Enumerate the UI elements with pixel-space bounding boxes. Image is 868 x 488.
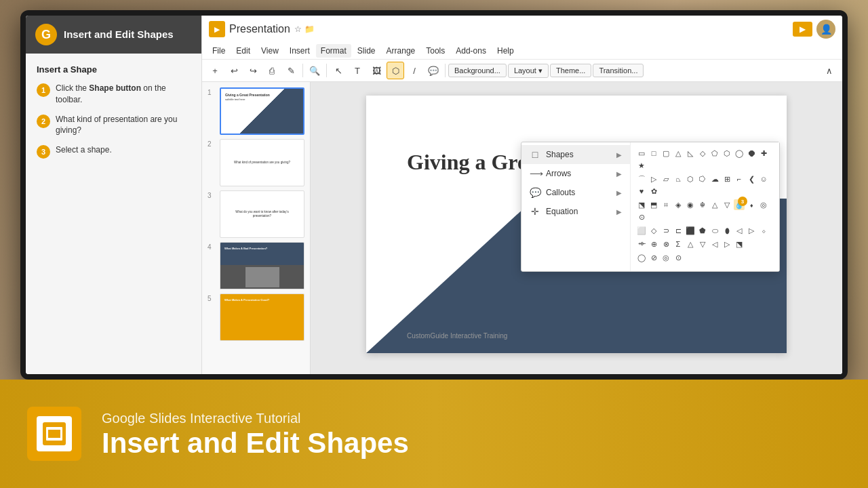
slide-preview-1[interactable]: Giving a Great Presentationsubtitle text… bbox=[220, 87, 304, 135]
menu-tools[interactable]: Tools bbox=[421, 44, 450, 58]
shape-b6[interactable]: ▽ bbox=[697, 239, 708, 249]
slide-preview-2[interactable]: What kind of presentation are you giving… bbox=[220, 139, 304, 186]
shape-arr2[interactable]: ◇ bbox=[648, 225, 659, 236]
shape-c1[interactable]: ◯ bbox=[636, 252, 647, 263]
shape-button[interactable]: ⬡ bbox=[387, 62, 404, 79]
dropdown-equation[interactable]: ✛ Equation ▶ bbox=[521, 202, 630, 221]
shape-drop[interactable]: 💧 3 bbox=[734, 199, 745, 210]
shape-rtriangle[interactable]: ◺ bbox=[685, 148, 696, 159]
shape-rect[interactable]: ▭ bbox=[636, 148, 647, 159]
shape-flower[interactable]: ✿ bbox=[648, 186, 659, 197]
shape-m5[interactable]: ◉ bbox=[685, 199, 696, 210]
shape-arr5[interactable]: ⬛ bbox=[685, 225, 696, 236]
shape-arc[interactable]: ⌒ bbox=[636, 174, 647, 184]
folder-icon[interactable]: 📁 bbox=[304, 24, 315, 34]
add-button[interactable]: + bbox=[206, 62, 224, 79]
shape-trap[interactable]: ⏢ bbox=[673, 174, 684, 184]
menu-insert[interactable]: Insert bbox=[285, 44, 315, 58]
menu-help[interactable]: Help bbox=[492, 44, 519, 58]
user-avatar[interactable]: 👤 bbox=[816, 20, 835, 39]
select-button[interactable]: ↖ bbox=[330, 62, 347, 79]
shape-m7[interactable]: △ bbox=[709, 199, 720, 210]
shape-m8[interactable]: ▽ bbox=[722, 199, 732, 210]
zoom-button[interactable]: 🔍 bbox=[306, 62, 323, 79]
menu-file[interactable]: File bbox=[208, 44, 230, 58]
layout-button[interactable]: Layout ▾ bbox=[508, 64, 549, 78]
shape-arr11[interactable]: ⬦ bbox=[758, 225, 769, 236]
background-button[interactable]: Background... bbox=[448, 64, 507, 77]
shape-pentagon[interactable]: ⬠ bbox=[709, 148, 720, 159]
transition-button[interactable]: Transition... bbox=[593, 64, 644, 77]
shape-arr3[interactable]: ⊃ bbox=[660, 225, 671, 236]
shape-arr1[interactable]: ⬜ bbox=[636, 225, 647, 236]
collapse-button[interactable]: ∧ bbox=[821, 62, 838, 79]
menu-slide[interactable]: Slide bbox=[353, 44, 380, 58]
menu-format[interactable]: Format bbox=[316, 44, 351, 58]
shape-b9[interactable]: ⬔ bbox=[734, 239, 745, 249]
shape-c2[interactable]: ⊘ bbox=[648, 252, 659, 263]
shape-c4[interactable]: ⊙ bbox=[673, 252, 684, 263]
shape-cross[interactable]: ✚ bbox=[758, 148, 769, 159]
dropdown-arrows[interactable]: ⟶ Arrows ▶ bbox=[521, 164, 630, 183]
shape-heptagon[interactable]: ◯ bbox=[734, 148, 745, 159]
shape-rect2[interactable]: □ bbox=[648, 148, 659, 159]
shape-m3[interactable]: ⌗ bbox=[660, 199, 671, 210]
shape-m6[interactable]: ☬ bbox=[697, 199, 708, 210]
slide-preview-4[interactable]: What Makes A Bad Presentation? bbox=[220, 242, 304, 289]
shape-b5[interactable]: △ bbox=[685, 239, 696, 249]
shape-b1[interactable]: ⬲ bbox=[636, 239, 647, 249]
present-button[interactable]: ▶ bbox=[793, 22, 812, 37]
shape-b4[interactable]: Σ bbox=[673, 239, 684, 249]
shape-roundrect[interactable]: ▢ bbox=[660, 148, 671, 159]
shape-m4[interactable]: ◈ bbox=[673, 199, 684, 210]
shape-hex2[interactable]: ⬡ bbox=[685, 174, 696, 184]
redo-button[interactable]: ↪ bbox=[244, 62, 262, 79]
shape-arr9[interactable]: ◁ bbox=[734, 225, 745, 236]
shape-arr10[interactable]: ▷ bbox=[746, 225, 757, 236]
print-button[interactable]: ⎙ bbox=[263, 62, 281, 79]
shape-frame[interactable]: ⊞ bbox=[722, 174, 732, 184]
shape-m2[interactable]: ⬒ bbox=[648, 199, 659, 210]
line-button[interactable]: / bbox=[406, 62, 423, 79]
shape-smiley[interactable]: ☺ bbox=[758, 174, 769, 184]
shape-heart[interactable]: ♥ bbox=[636, 186, 647, 197]
shape-bracket[interactable]: ⌐ bbox=[734, 174, 745, 184]
shape-b8[interactable]: ▷ bbox=[722, 239, 732, 249]
menu-arrange[interactable]: Arrange bbox=[382, 44, 420, 58]
textbox-button[interactable]: T bbox=[349, 62, 366, 79]
menu-addons[interactable]: Add-ons bbox=[451, 44, 491, 58]
shape-brace[interactable]: ❮ bbox=[746, 174, 757, 184]
shape-triangle[interactable]: △ bbox=[673, 148, 684, 159]
menu-edit[interactable]: Edit bbox=[231, 44, 255, 58]
theme-button[interactable]: Theme... bbox=[550, 64, 591, 77]
paint-format-button[interactable]: ✎ bbox=[282, 62, 300, 79]
slide-preview-3[interactable]: What do you want to know after today's p… bbox=[220, 190, 304, 238]
shape-arr8[interactable]: ⬮ bbox=[722, 225, 732, 236]
star-icon[interactable]: ☆ bbox=[294, 24, 302, 34]
shape-tri2[interactable]: ▷ bbox=[648, 174, 659, 184]
shape-arr7[interactable]: ⬭ bbox=[709, 225, 720, 236]
shape-m11[interactable]: ◎ bbox=[758, 199, 769, 210]
shape-c3[interactable]: ◎ bbox=[660, 252, 671, 263]
shape-hexagon[interactable]: ⬡ bbox=[722, 148, 732, 159]
image-button[interactable]: 🖼 bbox=[368, 62, 385, 79]
shape-b2[interactable]: ⊕ bbox=[648, 239, 659, 249]
shape-penta2[interactable]: ⭔ bbox=[697, 174, 708, 184]
comment-button[interactable]: 💬 bbox=[425, 62, 442, 79]
shape-m10[interactable]: ⬧ bbox=[746, 199, 757, 210]
menu-view[interactable]: View bbox=[256, 44, 283, 58]
shape-arr6[interactable]: ⬟ bbox=[697, 225, 708, 236]
shape-b3[interactable]: ⊗ bbox=[660, 239, 671, 249]
shape-cloud[interactable]: ☁ bbox=[709, 174, 720, 184]
slide-preview-5[interactable]: What Makes A Presentation Good? bbox=[220, 293, 304, 341]
dropdown-shapes[interactable]: □ Shapes ▶ bbox=[521, 145, 630, 164]
shape-m12[interactable]: ⊙ bbox=[636, 211, 647, 222]
shape-b7[interactable]: ◁ bbox=[709, 239, 720, 249]
shape-arr4[interactable]: ⊏ bbox=[673, 225, 684, 236]
shape-m1[interactable]: ⬔ bbox=[636, 199, 647, 210]
dropdown-callouts[interactable]: 💬 Callouts ▶ bbox=[521, 183, 630, 202]
shape-diamond[interactable]: ◇ bbox=[697, 148, 708, 159]
shape-octagon[interactable]: ⯃ bbox=[746, 148, 757, 159]
shape-star5[interactable]: ★ bbox=[636, 160, 647, 171]
shape-para[interactable]: ▱ bbox=[660, 174, 671, 184]
